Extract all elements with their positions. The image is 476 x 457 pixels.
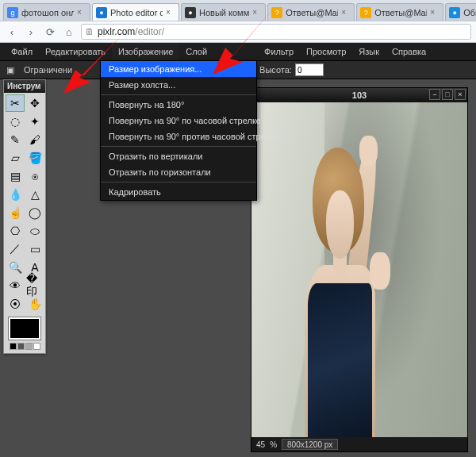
tool-zoom[interactable]: 🔍 <box>6 259 25 276</box>
foreground-color[interactable] <box>9 317 40 340</box>
browser-tab[interactable]: ● Общий ф <box>445 3 476 21</box>
tool-crop[interactable]: ✂ <box>6 94 25 112</box>
menu-item-flip-horizontal[interactable]: Отразить по горизонтали <box>101 164 256 180</box>
tool-grid: ✂ ✥ ◌ ✦ ✎ 🖌 ▱ 🪣 ▤ ⍟ 💧 △ ☝ ◯ ⎔ ⬭ ／ ▭ 🔍 A … <box>4 93 45 314</box>
tool-rect[interactable]: ▭ <box>25 240 44 258</box>
toolbox-panel[interactable]: Инструм ✂ ✥ ◌ ✦ ✎ 🖌 ▱ 🪣 ▤ ⍟ 💧 △ ☝ ◯ ⎔ ⬭ … <box>3 79 46 354</box>
tool-redeye[interactable]: 👁 <box>6 277 25 294</box>
tool-pencil[interactable]: ✎ <box>6 131 25 148</box>
toolbox-title: Инструм <box>4 80 45 93</box>
close-icon[interactable]: × <box>341 8 349 17</box>
tab-title: Общий ф <box>463 8 476 17</box>
svg-marker-1 <box>213 3 278 75</box>
tab-favicon: g <box>7 7 18 18</box>
swatch-mini[interactable] <box>33 343 40 350</box>
browser-tab[interactable]: ? Ответы@Mail × <box>267 3 355 21</box>
zoom-pct: % <box>270 440 277 449</box>
close-icon[interactable]: × <box>77 8 85 17</box>
tool-sponge[interactable]: ◯ <box>25 204 44 221</box>
tool-picker[interactable]: ⦿ <box>6 295 25 313</box>
tool-stamp[interactable]: �印 <box>25 277 44 294</box>
close-icon[interactable]: × <box>166 8 174 17</box>
tab-title: Photo editor on <box>110 8 163 17</box>
menu-item-crop[interactable]: Кадрировать <box>101 184 256 200</box>
url-path: /editor/ <box>135 26 164 37</box>
forward-button[interactable]: › <box>24 25 38 39</box>
document-statusbar: 45 % 800x1200 px <box>251 437 467 451</box>
close-icon[interactable]: × <box>430 8 438 17</box>
menu-item-flip-vertical[interactable]: Отразить по вертикали <box>101 148 256 164</box>
tool-wand[interactable]: ✦ <box>25 113 44 130</box>
browser-tab[interactable]: ? Ответы@Mail × <box>356 3 443 21</box>
svg-marker-0 <box>63 38 119 94</box>
crop-icon: ▣ <box>3 63 17 77</box>
menu-item-rotate-90-ccw[interactable]: Повернуть на 90° против часовой стрелки <box>101 129 256 144</box>
menu-file[interactable]: Файл <box>5 43 39 60</box>
tool-eraser[interactable]: ▱ <box>6 149 25 167</box>
reload-button[interactable]: ⟳ <box>43 25 57 39</box>
page-icon: 🗎 <box>85 26 94 37</box>
tab-favicon: ● <box>96 7 107 18</box>
annotation-arrow-icon <box>198 3 278 75</box>
tool-line[interactable]: ／ <box>6 240 25 258</box>
menu-view[interactable]: Просмотр <box>300 43 352 60</box>
home-button[interactable]: ⌂ <box>62 25 76 39</box>
tool-hand[interactable]: ✋ <box>25 295 44 313</box>
maximize-icon[interactable]: □ <box>442 89 453 100</box>
tool-gradient[interactable]: ▤ <box>6 167 25 185</box>
menu-item-rotate-180[interactable]: Повернуть на 180° <box>101 97 256 113</box>
menu-separator <box>101 182 256 182</box>
back-button[interactable]: ‹ <box>5 25 19 39</box>
height-input[interactable] <box>295 63 324 76</box>
tool-shape[interactable]: ⬭ <box>25 222 44 240</box>
browser-tab[interactable]: ● Photo editor on × <box>92 3 179 21</box>
swatch-mini[interactable] <box>10 343 17 350</box>
color-swatches[interactable] <box>4 314 45 353</box>
swatch-mini[interactable] <box>17 343 25 350</box>
document-window[interactable]: 103 – □ × 45 % 800x1200 px <box>251 87 468 452</box>
tool-move[interactable]: ✥ <box>25 94 44 112</box>
document-titlebar[interactable]: 103 – □ × <box>251 88 467 102</box>
tool-sharpen[interactable]: △ <box>25 186 44 203</box>
tab-title: Ответы@Mail <box>286 8 338 17</box>
menu-help[interactable]: Справка <box>386 43 432 60</box>
menu-item-canvas-size[interactable]: Размер холста... <box>101 77 256 93</box>
tab-favicon: ● <box>185 7 196 18</box>
tool-clone[interactable]: ⍟ <box>25 167 44 185</box>
tab-title: фотошоп онл <box>21 8 74 17</box>
tool-lasso[interactable]: ◌ <box>6 113 25 130</box>
menu-item-rotate-90-cw[interactable]: Повернуть на 90° по часовой стрелке <box>101 113 256 129</box>
tool-blur[interactable]: 💧 <box>6 186 25 203</box>
tool-drop[interactable]: ⎔ <box>6 222 25 240</box>
swatch-mini[interactable] <box>25 343 33 350</box>
tool-paint[interactable]: 🪣 <box>25 149 44 167</box>
photo-content <box>251 102 467 437</box>
url-host: pixlr.com <box>98 26 135 37</box>
browser-tab[interactable]: g фотошоп онл × <box>3 3 90 21</box>
menu-separator <box>101 146 256 147</box>
canvas-area[interactable] <box>251 102 467 437</box>
tool-brush[interactable]: 🖌 <box>25 131 44 148</box>
tab-favicon: ? <box>360 7 371 18</box>
menu-image[interactable]: Изображение <box>112 43 179 60</box>
minimize-icon[interactable]: – <box>429 89 440 100</box>
close-icon[interactable]: × <box>455 89 466 100</box>
tab-favicon: ● <box>449 7 460 18</box>
menu-language[interactable]: Язык <box>352 43 386 60</box>
image-menu-dropdown: Размер изображения... Размер холста... П… <box>100 60 257 201</box>
tab-title: Ответы@Mail <box>374 8 427 17</box>
tool-smudge[interactable]: ☝ <box>6 204 25 221</box>
canvas-dimensions: 800x1200 px <box>282 439 338 450</box>
document-title: 103 <box>352 90 367 100</box>
menu-separator <box>101 94 256 95</box>
zoom-value: 45 <box>256 440 265 449</box>
annotation-arrow-icon <box>48 38 119 94</box>
